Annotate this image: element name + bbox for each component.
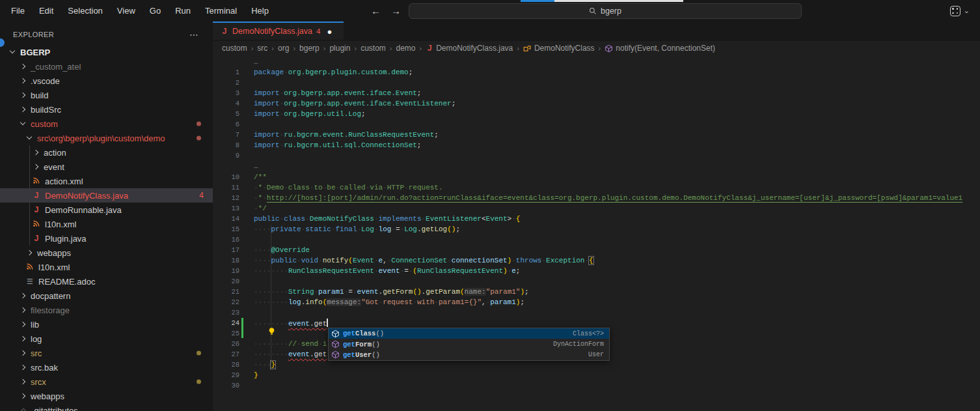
code-line-6[interactable]: 6 xyxy=(213,119,980,130)
tree-item-src-org-bgerp-plugin-custom-demo[interactable]: src\org\bgerp\plugin\custom\demo xyxy=(0,131,213,145)
tree-item-l10n-xml[interactable]: l10n.xml xyxy=(0,260,213,274)
tree-item-demonotifyclass-java[interactable]: JDemoNotifyClass.java4 xyxy=(0,188,213,203)
tree-item-buildsrc[interactable]: buildSrc xyxy=(0,102,213,117)
tree-item-custom-atel[interactable]: _custom_atel xyxy=(0,59,213,74)
code-line-15[interactable]: 15····private·static·final·Log·log·=·Log… xyxy=(213,224,980,234)
code-line-7[interactable]: 7import·ru.bgcrm.event.RunClassRequestEv… xyxy=(213,130,980,140)
breadcrumb-item-demonotifyclass-java[interactable]: JDemoNotifyClass.java xyxy=(426,44,513,53)
line-number: 17 xyxy=(213,246,239,254)
code-line-19[interactable]: 19········RunClassRequestEvent·event·=·(… xyxy=(213,266,980,276)
line-number: 1 xyxy=(213,68,239,76)
back-arrow-button[interactable]: ← xyxy=(371,5,381,16)
code-line-4[interactable]: 4import·org.bgerp.app.event.iface.EventL… xyxy=(213,98,980,109)
top-progress-strip-blue xyxy=(521,0,554,2)
code-line-10[interactable]: 10/** xyxy=(213,172,980,182)
tree-item-readme-adoc[interactable]: ☰README.adoc xyxy=(0,274,213,289)
tree-item-vscode[interactable]: .vscode xyxy=(0,74,213,88)
tree-item-webapps[interactable]: webapps xyxy=(0,246,213,260)
code-line-30[interactable]: 30 xyxy=(213,380,980,391)
intellisense-popup: getClass()Class<?> getForm()DynActionFor… xyxy=(328,328,610,361)
breadcrumb-item-src[interactable]: src xyxy=(257,44,267,53)
code-line-28[interactable]: 28····} xyxy=(213,360,980,370)
tree-item-srcx[interactable]: srcx xyxy=(0,375,213,389)
menu-item-help[interactable]: Help xyxy=(244,6,276,16)
tree-item-action[interactable]: action xyxy=(0,145,213,160)
code-line-13[interactable]: 13·*/ xyxy=(213,203,980,214)
code-line-9[interactable]: 9 xyxy=(213,150,980,161)
code-line-1[interactable]: 1package·org.bgerp.plugin.custom.demo; xyxy=(213,67,980,78)
code-line-12[interactable]: 12·*·http://[host]:[port]/admin/run.do?a… xyxy=(213,193,980,203)
code-line-folded[interactable]: … xyxy=(213,161,980,171)
tab-demonotifyclass[interactable]: J DemoNotifyClass.java 4 ● xyxy=(213,21,344,40)
breadcrumb-item-custom[interactable]: custom xyxy=(361,44,386,53)
tree-item-lib[interactable]: lib xyxy=(0,317,213,332)
line-number: 30 xyxy=(213,382,239,390)
command-center-search[interactable]: bgerp xyxy=(409,3,802,19)
titlebar-right-actions[interactable]: ⌄ xyxy=(950,0,970,21)
menu-item-go[interactable]: Go xyxy=(143,6,168,16)
tree-item-bgerp[interactable]: BGERP xyxy=(0,45,213,59)
code-line-16[interactable]: 16 xyxy=(213,234,980,245)
tree-item-l10n-xml[interactable]: l10n.xml xyxy=(0,217,213,231)
menu-item-edit[interactable]: Edit xyxy=(32,6,61,16)
suggest-item-getuser[interactable]: getUser()User xyxy=(329,350,609,360)
code-line-8[interactable]: 8import·ru.bgcrm.util.sql.ConnectionSet; xyxy=(213,140,980,150)
line-number: 23 xyxy=(213,309,239,317)
breadcrumb-item-org[interactable]: org xyxy=(278,44,289,53)
chevron-right-icon xyxy=(20,378,26,385)
line-number: 6 xyxy=(213,120,239,128)
code-line-21[interactable]: 21········String·param1·=·event.getForm(… xyxy=(213,287,980,297)
explorer-more-actions-button[interactable]: ⋯ xyxy=(189,27,198,42)
xml-file-icon xyxy=(33,220,40,229)
code-line-29[interactable]: 29} xyxy=(213,370,980,380)
breadcrumb-item-custom[interactable]: custom xyxy=(222,44,247,53)
suggest-item-getclass[interactable]: getClass()Class<?> xyxy=(329,328,609,339)
tree-item-event[interactable]: event xyxy=(0,160,213,174)
tree-item-label: DemoNotifyClass.java xyxy=(45,191,128,201)
tree-item-docpattern[interactable]: docpattern xyxy=(0,289,213,303)
search-icon xyxy=(589,7,597,15)
code-line-folded[interactable]: … xyxy=(213,57,980,67)
code-line-14[interactable]: 14public·class·DemoNotifyClass·implement… xyxy=(213,214,980,224)
code-line-23[interactable]: 23 xyxy=(213,307,980,318)
tree-item-src[interactable]: src xyxy=(0,346,213,360)
menu-item-file[interactable]: File xyxy=(4,6,32,16)
code-line-5[interactable]: 5import·org.bgerp.util.Log; xyxy=(213,109,980,119)
code-line-17[interactable]: 17····@Override xyxy=(213,245,980,255)
suggest-item-getform[interactable]: getForm()DynActionForm xyxy=(329,339,609,349)
menu-item-selection[interactable]: Selection xyxy=(61,6,109,16)
breadcrumb-item-demo[interactable]: demo xyxy=(396,44,415,53)
breadcrumb-item-notify-event-connectionset[interactable]: notify(Event, ConnectionSet) xyxy=(605,44,715,53)
tree-item-log[interactable]: log xyxy=(0,332,213,346)
code-line-22[interactable]: 22········log.info(message:"Got·request·… xyxy=(213,297,980,307)
java-file-icon: J xyxy=(33,234,40,243)
chevron-right-icon xyxy=(33,149,39,156)
code-line-24[interactable]: 24 ········event.get xyxy=(213,318,980,328)
code-line-20[interactable]: 20 xyxy=(213,276,980,287)
menu-item-terminal[interactable]: Terminal xyxy=(198,6,244,16)
lightbulb-icon[interactable] xyxy=(251,319,259,328)
code-line-11[interactable]: 11·*·Demo·class·to·be·called·via·HTTP·re… xyxy=(213,182,980,193)
breadcrumb-label: DemoNotifyClass xyxy=(534,44,595,53)
problems-count-badge: 4 xyxy=(199,191,204,200)
code-line-2[interactable]: 2 xyxy=(213,78,980,88)
tree-item-webapps[interactable]: webapps xyxy=(0,389,213,403)
code-line-3[interactable]: 3import·org.bgerp.app.event.iface.Event; xyxy=(213,88,980,98)
breadcrumb-item-demonotifyclass[interactable]: DemoNotifyClass xyxy=(523,44,595,53)
code-editor[interactable]: …1package·org.bgerp.plugin.custom.demo;2… xyxy=(213,55,980,411)
forward-arrow-button[interactable]: → xyxy=(391,5,401,16)
tree-item-gitattributes[interactable]: ◇.gitattributes xyxy=(0,403,213,411)
tree-item-filestorage[interactable]: filestorage xyxy=(0,303,213,317)
tab-dirty-dot[interactable]: ● xyxy=(327,27,332,36)
tree-item-custom[interactable]: custom xyxy=(0,117,213,131)
tree-item-demorunnable-java[interactable]: JDemoRunnable.java xyxy=(0,203,213,217)
tree-item-plugin-java[interactable]: JPlugin.java xyxy=(0,231,213,246)
menu-item-view[interactable]: View xyxy=(110,6,143,16)
tree-item-src-bak[interactable]: src.bak xyxy=(0,360,213,375)
breadcrumb-item-bgerp[interactable]: bgerp xyxy=(299,44,320,53)
breadcrumb-item-plugin[interactable]: plugin xyxy=(329,44,350,53)
menu-item-run[interactable]: Run xyxy=(168,6,198,16)
tree-item-build[interactable]: build xyxy=(0,88,213,102)
tree-item-action-xml[interactable]: action.xml xyxy=(0,174,213,188)
code-line-18[interactable]: 18····public·void·notify(Event·e,·Connec… xyxy=(213,255,980,266)
